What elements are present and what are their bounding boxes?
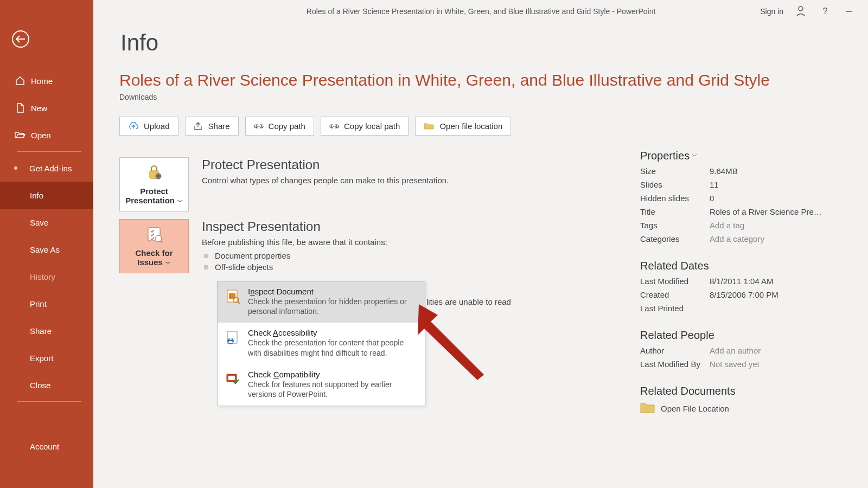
prop-size: Size9.64MB — [640, 166, 825, 176]
check-for-issues-button[interactable]: Check for Issues ﹀ — [119, 219, 189, 273]
minimize-icon[interactable] — [843, 5, 855, 17]
properties-panel: Properties﹀ Size9.64MB Slides11 Hidden s… — [640, 150, 825, 415]
button-label-1: Protect — [140, 187, 168, 196]
menu-item-desc: Check the presentation for content that … — [248, 338, 418, 357]
prop-created: Created8/15/2006 7:00 PM — [640, 290, 825, 299]
inspect-bullet: Document properties — [204, 250, 387, 261]
button-label: Copy path — [269, 121, 305, 131]
prop-last-modified: Last Modified8/1/2011 1:04 AM — [640, 277, 825, 286]
document-title: Roles of a River Science Presentation in… — [119, 71, 868, 89]
copy-path-button[interactable]: Copy path — [245, 117, 314, 136]
nav-separator — [17, 401, 81, 402]
button-label-1: Check for — [135, 248, 173, 258]
chevron-down-icon: ﹀ — [164, 260, 171, 266]
svg-point-12 — [229, 338, 232, 340]
truncated-text: lities are unable to read — [426, 297, 511, 306]
nav-open[interactable]: Open — [0, 121, 93, 149]
nav-new[interactable]: New — [0, 94, 93, 121]
button-label: Upload — [144, 121, 170, 131]
button-label: Copy local path — [344, 121, 400, 131]
inspect-block: Inspect Presentation Before publishing t… — [202, 219, 387, 273]
button-label-2: Issues — [137, 258, 163, 267]
nav-home[interactable]: Home — [0, 67, 93, 94]
menu-check-compatibility[interactable]: Check Compatibility Check for features n… — [218, 364, 425, 406]
menu-item-desc: Check the presentation for hidden proper… — [248, 297, 418, 316]
page-heading: Info — [120, 30, 868, 56]
protect-block: Protect Presentation Control what types … — [202, 157, 449, 185]
back-button[interactable] — [12, 30, 29, 48]
prop-author[interactable]: AuthorAdd an author — [640, 346, 825, 355]
link-icon — [254, 124, 264, 129]
protect-presentation-button[interactable]: Protect Presentation ﹀ — [119, 157, 189, 211]
document-location: Downloads — [119, 93, 868, 101]
inspect-bullet: Off-slide objects — [204, 261, 387, 273]
prop-slides: Slides11 — [640, 180, 825, 189]
prop-categories[interactable]: CategoriesAdd a category — [640, 234, 825, 243]
svg-rect-4 — [157, 175, 159, 177]
svg-marker-15 — [418, 304, 484, 380]
upload-button[interactable]: Upload — [119, 117, 178, 136]
chevron-down-icon: ﹀ — [176, 198, 183, 204]
nav-print[interactable]: Print — [0, 290, 93, 317]
related-people-heading: Related People — [640, 329, 825, 342]
prop-title[interactable]: TitleRoles of a River Science Pres… — [640, 207, 825, 216]
nav-close[interactable]: Close — [0, 371, 93, 399]
nav-history[interactable]: History — [0, 263, 93, 290]
nav-label: New — [31, 104, 47, 113]
nav-label: History — [30, 272, 55, 281]
accessibility-icon — [224, 328, 241, 357]
open-file-location-button[interactable]: Open file location — [415, 117, 511, 136]
backstage-sidebar: Home New Open Get Add-ins Info Save Save… — [0, 0, 93, 488]
nav-label: Export — [30, 354, 53, 363]
home-icon — [15, 76, 25, 86]
main-content: Roles of a River Science Presentation in… — [93, 0, 868, 488]
prop-tags[interactable]: TagsAdd a tag — [640, 221, 825, 230]
lock-icon — [123, 164, 185, 182]
menu-item-title: Inspect Document — [248, 287, 418, 296]
share-button[interactable]: Share — [185, 117, 239, 136]
nav-label: Home — [31, 76, 53, 86]
block-desc: Control what types of changes people can… — [202, 176, 449, 185]
addins-dot-icon — [14, 166, 17, 170]
menu-item-desc: Check for features not supported by earl… — [248, 380, 418, 399]
prop-last-modified-by: Last Modified ByNot saved yet — [640, 359, 825, 369]
account-icon[interactable] — [795, 5, 807, 17]
nav-export[interactable]: Export — [0, 344, 93, 371]
nav-save-as[interactable]: Save As — [0, 236, 93, 263]
block-heading: Inspect Presentation — [202, 219, 387, 234]
checklist-icon — [123, 226, 185, 244]
related-documents-heading: Related Documents — [640, 385, 825, 397]
nav-label: Share — [30, 326, 52, 336]
help-icon[interactable]: ? — [819, 5, 831, 17]
app-title: Roles of a River Science Presentation in… — [93, 7, 760, 16]
button-label: Share — [208, 121, 230, 131]
nav-label: Account — [30, 442, 59, 451]
button-label: Open file location — [439, 121, 502, 131]
folder-open-icon — [15, 131, 25, 139]
nav-label: Save — [30, 218, 48, 227]
nav-label: Info — [30, 191, 43, 200]
menu-item-title: Check Compatibility — [248, 370, 418, 379]
inspect-doc-icon — [224, 287, 241, 316]
compatibility-icon — [224, 370, 241, 399]
nav-get-addins[interactable]: Get Add-ins — [0, 155, 93, 182]
svg-point-0 — [799, 7, 803, 11]
prop-last-printed: Last Printed — [640, 304, 825, 313]
menu-check-accessibility[interactable]: Check Accessibility Check the presentati… — [218, 323, 425, 364]
sign-in-link[interactable]: Sign in — [760, 7, 783, 16]
nav-share[interactable]: Share — [0, 317, 93, 344]
folder-icon — [640, 402, 655, 415]
title-bar: Roles of a River Science Presentation in… — [93, 0, 868, 23]
new-doc-icon — [15, 103, 25, 113]
properties-heading[interactable]: Properties﹀ — [640, 150, 825, 162]
nav-info[interactable]: Info — [0, 182, 93, 209]
nav-save[interactable]: Save — [0, 209, 93, 236]
block-heading: Protect Presentation — [202, 157, 449, 172]
copy-local-path-button[interactable]: Copy local path — [321, 117, 409, 136]
nav-account[interactable]: Account — [0, 433, 93, 460]
cloud-upload-icon — [128, 122, 139, 130]
menu-inspect-document[interactable]: Inspect Document Check the presentation … — [218, 281, 425, 323]
nav-label: Get Add-ins — [29, 164, 72, 173]
open-file-location-link[interactable]: Open File Location — [640, 402, 825, 415]
nav-label: Close — [30, 381, 50, 390]
